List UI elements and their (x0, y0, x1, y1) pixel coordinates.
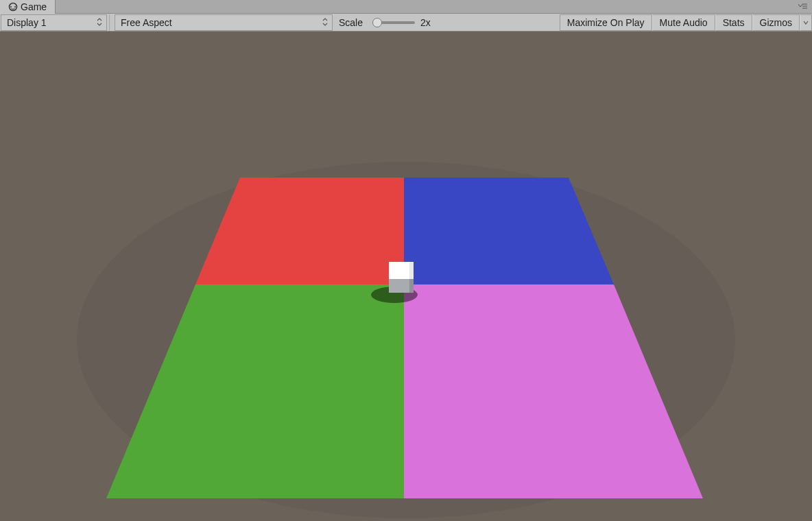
game-tab[interactable]: Game (0, 0, 56, 14)
svg-rect-15 (409, 262, 414, 279)
svg-rect-14 (389, 262, 412, 279)
maximize-on-play-button[interactable]: Maximize On Play (560, 14, 652, 31)
separator (109, 14, 110, 31)
gizmos-dropdown-button[interactable] (800, 14, 812, 31)
game-toolbar: Display 1 Free Aspect Scale 2x Maximize … (0, 14, 812, 32)
stats-button[interactable]: Stats (715, 14, 752, 31)
svg-rect-13 (409, 278, 414, 293)
gizmos-label: Gizmos (760, 17, 792, 28)
mute-label: Mute Audio (660, 17, 708, 28)
scale-label: Scale (339, 17, 363, 28)
aspect-dropdown[interactable]: Free Aspect (115, 14, 333, 31)
chevron-updown-icon (322, 18, 328, 27)
game-icon (8, 2, 18, 12)
game-viewport[interactable] (0, 32, 812, 521)
tab-bar: Game (0, 0, 812, 14)
display-dropdown-label: Display 1 (7, 17, 47, 28)
game-tab-label: Game (21, 1, 47, 12)
mute-audio-button[interactable]: Mute Audio (652, 14, 715, 31)
scale-value: 2x (420, 17, 431, 28)
svg-point-1 (10, 6, 12, 8)
gizmos-button[interactable]: Gizmos (752, 14, 800, 31)
svg-point-2 (14, 6, 16, 8)
tab-menu-icon[interactable] (796, 1, 809, 11)
aspect-dropdown-label: Free Aspect (121, 17, 172, 28)
scene-render (0, 32, 812, 521)
scale-slider[interactable] (374, 21, 415, 24)
scale-control: Scale 2x (333, 17, 436, 28)
stats-label: Stats (723, 17, 745, 28)
maximize-label: Maximize On Play (567, 17, 645, 28)
chevron-updown-icon (97, 18, 102, 27)
scale-slider-thumb[interactable] (372, 18, 382, 27)
svg-rect-12 (389, 278, 412, 293)
display-dropdown[interactable]: Display 1 (1, 14, 107, 31)
chevron-down-icon (803, 19, 809, 26)
